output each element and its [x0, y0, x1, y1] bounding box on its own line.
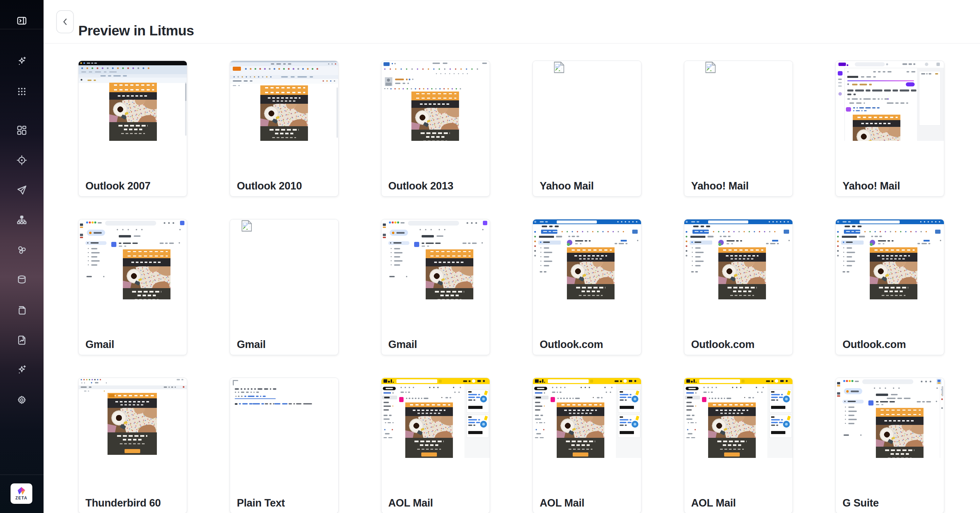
client-label: Outlook.com	[843, 338, 906, 351]
client-thumbnail	[684, 378, 792, 458]
client-card[interactable]: Thunderbird 60	[78, 378, 187, 513]
client-thumbnail	[230, 219, 338, 299]
client-thumbnail	[684, 61, 792, 141]
client-label: Outlook 2010	[237, 180, 302, 192]
data-database-icon[interactable]	[16, 274, 28, 286]
client-card[interactable]: G Suite	[835, 378, 944, 513]
client-thumbnail	[836, 61, 944, 141]
client-card[interactable]: Outlook.com	[533, 219, 641, 355]
back-button[interactable]	[56, 10, 74, 33]
client-card[interactable]: AOL Mail	[533, 378, 641, 513]
client-thumbnail	[382, 219, 490, 299]
client-card[interactable]: Gmail	[230, 219, 339, 355]
client-label: Yahoo! Mail	[843, 180, 900, 192]
client-card[interactable]: Yahoo! Mail	[684, 60, 793, 197]
client-label: AOL Mail	[388, 497, 433, 509]
sidebar-divider-bottom	[0, 475, 43, 475]
client-label: Plain Text	[237, 497, 285, 509]
client-card[interactable]: Yahoo! Mail	[835, 60, 944, 197]
preview-grid: Outlook 2007 Outlook 2010 Outlook 2013	[78, 60, 943, 513]
campaigns-send-icon[interactable]	[16, 184, 28, 196]
client-thumbnail	[382, 378, 490, 458]
chevron-left-icon	[61, 17, 69, 27]
client-thumbnail	[79, 378, 187, 458]
segments-circles-icon[interactable]	[16, 244, 28, 256]
client-thumbnail	[533, 378, 641, 458]
client-label: Outlook.com	[691, 338, 754, 351]
broken-image-icon	[705, 61, 716, 75]
client-card[interactable]: Gmail	[381, 219, 490, 355]
client-thumbnail	[230, 378, 338, 458]
client-card[interactable]: Outlook.com	[835, 219, 944, 355]
client-thumbnail	[382, 61, 490, 141]
client-label: Outlook 2013	[388, 180, 453, 192]
client-label: AOL Mail	[540, 497, 584, 509]
audience-target-icon[interactable]	[16, 154, 28, 166]
zeta-diamond-icon: ZETA	[14, 486, 29, 502]
sidebar: ZETA	[0, 0, 43, 513]
client-thumbnail	[79, 61, 187, 141]
dashboard-icon[interactable]	[16, 124, 28, 137]
client-thumbnail	[230, 61, 338, 141]
apps-grid-icon[interactable]	[16, 86, 28, 98]
client-label: Gmail	[86, 338, 115, 351]
client-card[interactable]: Outlook 2007	[78, 60, 187, 197]
client-label: Outlook.com	[540, 338, 603, 351]
client-label: Yahoo Mail	[540, 180, 594, 192]
client-label: G Suite	[843, 497, 878, 509]
content: Outlook 2007 Outlook 2010 Outlook 2013	[43, 44, 980, 513]
client-card[interactable]: Plain Text	[230, 378, 339, 513]
client-card[interactable]: Yahoo Mail	[533, 60, 641, 197]
ai-sparkles-icon[interactable]	[16, 56, 28, 68]
broken-image-icon	[553, 61, 565, 75]
panel-toggle-icon[interactable]	[16, 14, 28, 27]
sidebar-divider	[0, 29, 43, 29]
templates-copy-icon[interactable]	[16, 304, 28, 316]
client-card[interactable]: AOL Mail	[381, 378, 490, 513]
client-thumbnail	[684, 219, 792, 299]
client-thumbnail	[836, 219, 944, 299]
client-thumbnail	[836, 378, 944, 458]
insights-sparkles-icon[interactable]	[16, 364, 28, 376]
broken-image-icon	[241, 220, 253, 233]
client-label: Outlook 2007	[86, 180, 150, 192]
page-header: Preview in Litmus	[43, 0, 980, 44]
hierarchy-icon[interactable]	[16, 214, 28, 226]
settings-gear-icon[interactable]	[16, 394, 28, 406]
client-card[interactable]: Outlook 2010	[230, 60, 339, 197]
client-thumbnail	[533, 61, 641, 141]
client-label: AOL Mail	[691, 497, 736, 509]
app-root: ZETA Preview in Litmus Outlook 2007	[0, 0, 980, 513]
client-thumbnail	[533, 219, 641, 299]
client-label: Gmail	[237, 338, 266, 351]
client-card[interactable]: Gmail	[78, 219, 187, 355]
client-label: Gmail	[388, 338, 417, 351]
zeta-logo[interactable]: ZETA	[11, 483, 32, 504]
client-card[interactable]: Outlook 2013	[381, 60, 490, 197]
client-card[interactable]: AOL Mail	[684, 378, 793, 513]
zeta-logo-label: ZETA	[15, 496, 27, 500]
client-thumbnail	[79, 219, 187, 299]
client-label: Yahoo! Mail	[691, 180, 749, 192]
reports-document-icon[interactable]	[16, 334, 28, 346]
client-card[interactable]: Outlook.com	[684, 219, 793, 355]
client-label: Thunderbird 60	[86, 497, 161, 509]
